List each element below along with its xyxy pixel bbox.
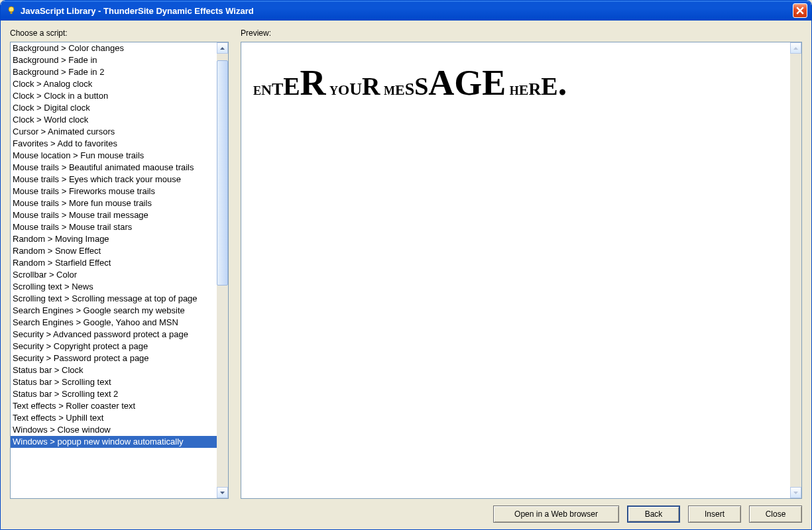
list-item[interactable]: Random > Snow Effect bbox=[11, 245, 217, 257]
list-item[interactable]: Mouse location > Fun mouse trails bbox=[11, 150, 217, 162]
list-item[interactable]: Mouse trails > Beautiful animated maouse… bbox=[11, 162, 217, 174]
preview-scrollbar[interactable] bbox=[790, 42, 801, 498]
list-item[interactable]: Random > Starfield Effect bbox=[11, 257, 217, 269]
list-item[interactable]: Windows > popup new window automatically bbox=[11, 436, 217, 448]
list-item[interactable]: Text effects > Uphill text bbox=[11, 412, 217, 424]
scroll-up-button[interactable] bbox=[217, 42, 228, 54]
list-item[interactable]: Background > Fade in 2 bbox=[11, 66, 217, 78]
button-bar: Open in a Web browser Back Insert Close bbox=[10, 499, 802, 523]
preview-scroll-up-button[interactable] bbox=[790, 42, 801, 54]
window-title: JavaScript Library - ThunderSite Dynamic… bbox=[21, 6, 793, 16]
preview-label: Preview: bbox=[241, 28, 802, 38]
list-item[interactable]: Search Engines > Google, Yahoo and MSN bbox=[11, 317, 217, 329]
client-area: Choose a script: Background > Color chan… bbox=[1, 21, 811, 529]
back-button[interactable]: Back bbox=[627, 505, 680, 523]
list-item[interactable]: Scrollbar > Color bbox=[11, 269, 217, 281]
uphill-text: ENTER YOUR MESSAGE HERE. bbox=[253, 62, 778, 103]
listbox-scrollbar[interactable] bbox=[217, 42, 228, 498]
list-item[interactable]: Cursor > Animated cursors bbox=[11, 126, 217, 138]
list-item[interactable]: Mouse trails > Fireworks mouse trails bbox=[11, 186, 217, 197]
svg-rect-1 bbox=[11, 11, 13, 14]
list-item[interactable]: Random > Moving Image bbox=[11, 233, 217, 245]
dialog-window: JavaScript Library - ThunderSite Dynamic… bbox=[0, 0, 812, 530]
preview-scroll-track[interactable] bbox=[790, 54, 801, 487]
list-item[interactable]: Security > Advanced password protect a p… bbox=[11, 329, 217, 341]
list-item[interactable]: Security > Password protect a page bbox=[11, 352, 217, 364]
list-item[interactable]: Status bar > Clock bbox=[11, 364, 217, 376]
lightbulb-icon bbox=[6, 5, 17, 16]
preview-content: ENTER YOUR MESSAGE HERE. bbox=[241, 42, 790, 498]
list-item[interactable]: Scrolling text > Scrolling message at to… bbox=[11, 293, 217, 305]
titlebar[interactable]: JavaScript Library - ThunderSite Dynamic… bbox=[1, 1, 811, 21]
preview-pane: ENTER YOUR MESSAGE HERE. bbox=[241, 42, 802, 499]
open-in-browser-button[interactable]: Open in a Web browser bbox=[493, 505, 619, 523]
list-item[interactable]: Security > Copyright protect a page bbox=[11, 341, 217, 352]
close-button[interactable]: Close bbox=[749, 505, 802, 523]
list-item[interactable]: Status bar > Scrolling text 2 bbox=[11, 388, 217, 400]
list-item[interactable]: Clock > Clock in a button bbox=[11, 90, 217, 102]
list-item[interactable]: Background > Fade in bbox=[11, 54, 217, 66]
preview-scroll-down-button[interactable] bbox=[790, 487, 801, 498]
list-item[interactable]: Mouse trails > Eyes which track your mou… bbox=[11, 174, 217, 186]
list-item[interactable]: Clock > World clock bbox=[11, 114, 217, 126]
list-item[interactable]: Windows > Close window bbox=[11, 424, 217, 436]
svg-point-0 bbox=[9, 7, 14, 12]
list-item[interactable]: Clock > Analog clock bbox=[11, 78, 217, 90]
window-close-button[interactable] bbox=[793, 3, 807, 18]
list-item[interactable]: Search Engines > Google search my websit… bbox=[11, 305, 217, 317]
list-item[interactable]: Favorites > Add to favorites bbox=[11, 138, 217, 150]
list-item[interactable]: Mouse trails > Mouse trail message bbox=[11, 209, 217, 221]
list-item[interactable]: Background > Color changes bbox=[11, 42, 217, 54]
list-item[interactable]: Status bar > Scrolling text bbox=[11, 376, 217, 388]
list-item[interactable]: Scrolling text > News bbox=[11, 281, 217, 293]
insert-button[interactable]: Insert bbox=[688, 505, 741, 523]
scroll-track[interactable] bbox=[217, 54, 228, 487]
list-item[interactable]: Text effects > Roller coaster text bbox=[11, 400, 217, 412]
choose-script-label: Choose a script: bbox=[10, 28, 229, 38]
script-listbox[interactable]: Background > Color changesBackground > F… bbox=[10, 42, 229, 499]
scroll-thumb[interactable] bbox=[217, 60, 228, 286]
list-item[interactable]: Mouse trails > Mouse trail stars bbox=[11, 221, 217, 233]
list-item[interactable]: Clock > Digital clock bbox=[11, 102, 217, 114]
scroll-down-button[interactable] bbox=[217, 487, 228, 498]
list-item[interactable]: Mouse trails > More fun mouse trails bbox=[11, 197, 217, 209]
